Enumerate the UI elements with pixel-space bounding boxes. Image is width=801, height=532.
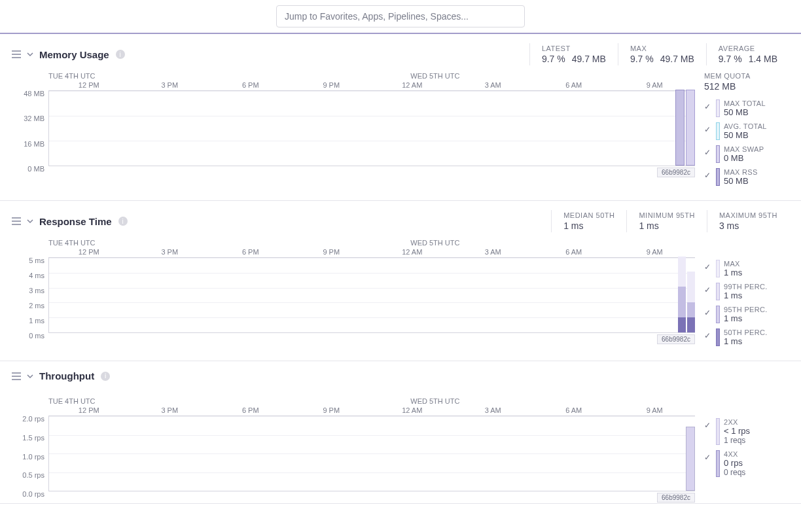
panel-title: Throughput xyxy=(39,370,94,381)
stat-latest: LATEST 9.7 %49.7 MB xyxy=(529,43,618,65)
check-icon: ✓ xyxy=(704,145,712,157)
deploy-tag[interactable]: 66b9982c xyxy=(657,334,695,344)
bar xyxy=(687,272,695,332)
day-label: TUE 4TH UTC xyxy=(48,397,410,405)
deploy-tag[interactable]: 66b9982c xyxy=(657,493,695,503)
memory-usage-panel: Memory Usage i LATEST 9.7 %49.7 MB MAX 9… xyxy=(0,34,801,201)
info-icon[interactable]: i xyxy=(116,50,125,59)
yaxis: 5 ms4 ms3 ms2 ms1 ms0 ms xyxy=(12,257,48,333)
stat-maximum-95th: MAXIMUM 95TH3 ms xyxy=(707,210,789,232)
info-icon[interactable]: i xyxy=(118,217,128,226)
stat-average: AVERAGE 9.7 %1.4 MB xyxy=(706,43,789,65)
check-icon: ✓ xyxy=(704,283,712,294)
bar xyxy=(686,90,695,166)
mem-quota-label: MEM QUOTA xyxy=(704,72,789,80)
response-chart[interactable]: 66b9982c xyxy=(48,257,695,333)
stat-median-50th: MEDIAN 50TH1 ms xyxy=(551,210,626,232)
day-label: WED 5TH UTC xyxy=(410,72,695,80)
chevron-down-icon[interactable] xyxy=(26,50,34,58)
legend-item[interactable]: ✓2XX< 1 rps1 reqs xyxy=(704,416,789,448)
xaxis-ticks: 12 PM3 PM6 PM9 PM12 AM3 AM6 AM9 AM xyxy=(12,406,695,414)
hamburger-icon[interactable] xyxy=(12,217,21,225)
hamburger-icon[interactable] xyxy=(12,372,21,380)
check-icon: ✓ xyxy=(704,306,712,317)
memory-chart[interactable]: 66b9982c xyxy=(48,90,695,166)
info-icon[interactable]: i xyxy=(101,372,110,381)
check-icon: ✓ xyxy=(704,328,712,340)
check-icon: ✓ xyxy=(704,99,712,111)
check-icon: ✓ xyxy=(704,260,712,272)
check-icon: ✓ xyxy=(704,122,712,134)
check-icon: ✓ xyxy=(704,418,712,430)
legend-item[interactable]: ✓AVG. TOTAL50 MB xyxy=(704,120,789,143)
legend-item[interactable]: ✓50TH PERC.1 ms xyxy=(704,326,789,349)
hamburger-icon[interactable] xyxy=(12,50,21,58)
panel-title: Memory Usage xyxy=(39,49,109,60)
legend-item[interactable]: ✓MAX RSS50 MB xyxy=(704,166,789,188)
legend-item[interactable]: ✓MAX SWAP0 MB xyxy=(704,143,789,166)
legend-item[interactable]: ✓MAX1 ms xyxy=(704,257,789,280)
chevron-down-icon[interactable] xyxy=(26,372,34,380)
response-time-panel: Response Time i MEDIAN 50TH1 ms MINIMUM … xyxy=(0,201,801,361)
legend-item[interactable]: ✓4XX0 rps0 reqs xyxy=(704,448,789,480)
xaxis-ticks: 12 PM3 PM6 PM9 PM12 AM3 AM6 AM9 AM xyxy=(12,248,695,256)
bar xyxy=(686,427,695,491)
day-label: TUE 4TH UTC xyxy=(48,72,410,80)
check-icon: ✓ xyxy=(704,168,712,180)
stat-minimum-95th: MINIMUM 95TH1 ms xyxy=(626,210,706,232)
day-label: WED 5TH UTC xyxy=(410,239,695,247)
search-bar xyxy=(0,0,801,34)
legend-item[interactable]: ✓MAX TOTAL50 MB xyxy=(704,97,789,120)
mem-quota-value: 512 MB xyxy=(704,80,789,97)
chevron-down-icon[interactable] xyxy=(26,217,34,225)
check-icon: ✓ xyxy=(704,450,712,462)
throughput-chart[interactable]: 66b9982c xyxy=(48,416,695,491)
xaxis-ticks: 12 PM3 PM6 PM9 PM12 AM3 AM6 AM9 AM xyxy=(12,81,695,89)
stat-max: MAX 9.7 %49.7 MB xyxy=(618,43,706,65)
yaxis: 48 MB32 MB16 MB0 MB xyxy=(12,90,48,166)
bar xyxy=(675,90,685,166)
legend-item[interactable]: ✓95TH PERC.1 ms xyxy=(704,303,789,326)
yaxis: 2.0 rps1.5 rps1.0 rps0.5 rps0.0 rps xyxy=(12,416,48,491)
legend-item[interactable]: ✓99TH PERC.1 ms xyxy=(704,280,789,303)
panel-title: Response Time xyxy=(39,216,112,227)
day-label: TUE 4TH UTC xyxy=(48,239,410,247)
bar xyxy=(678,257,686,332)
deploy-tag[interactable]: 66b9982c xyxy=(657,168,695,177)
throughput-panel: Throughput i TUE 4TH UTCWED 5TH UTC 12 P… xyxy=(0,361,801,504)
search-input[interactable] xyxy=(276,5,525,27)
day-label: WED 5TH UTC xyxy=(410,397,695,405)
